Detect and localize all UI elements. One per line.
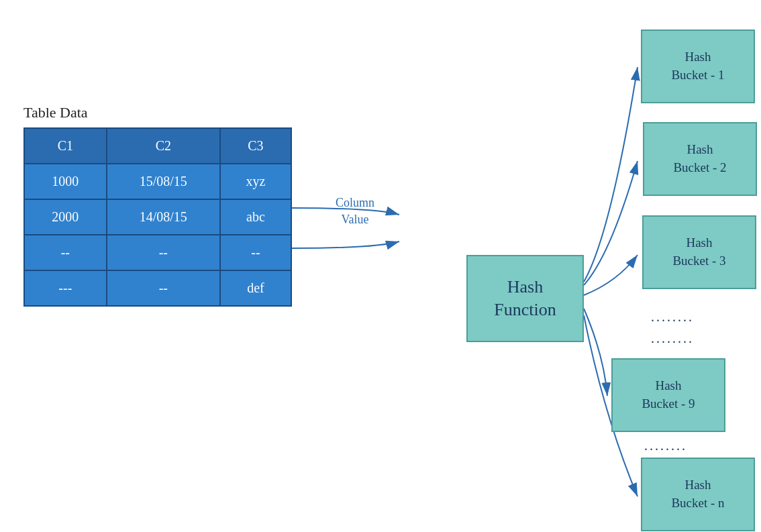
cell: 2000	[24, 199, 107, 235]
hash-bucket-9: HashBucket - 9	[611, 358, 725, 432]
col-header-c2: C2	[107, 128, 220, 164]
table-row: 1000 15/08/15 xyz	[24, 164, 291, 199]
cell: xyz	[220, 164, 291, 199]
dots-middle: ................	[651, 306, 694, 349]
cell: --	[107, 270, 220, 306]
col-header-c3: C3	[220, 128, 291, 164]
data-table: C1 C2 C3 1000 15/08/15 xyz 2000 14/08/15…	[23, 127, 292, 307]
cell: abc	[220, 199, 291, 235]
col-header-c1: C1	[24, 128, 107, 164]
hash-bucket-1: HashBucket - 1	[641, 30, 755, 103]
table-row: -- -- --	[24, 235, 291, 270]
cell: --	[24, 235, 107, 270]
cell: ---	[24, 270, 107, 306]
hash-function-box: HashFunction	[466, 255, 584, 342]
table-row: 2000 14/08/15 abc	[24, 199, 291, 235]
column-value-label: ColumnValue	[336, 195, 374, 228]
cell: 1000	[24, 164, 107, 199]
cell: 14/08/15	[107, 199, 220, 235]
table-row: --- -- def	[24, 270, 291, 306]
hash-bucket-2: HashBucket - 2	[643, 122, 757, 196]
table-label: Table Data	[23, 104, 88, 121]
hash-bucket-3: HashBucket - 3	[642, 215, 756, 289]
cell: def	[220, 270, 291, 306]
dots-lower: ........	[644, 435, 687, 456]
hash-bucket-n: HashBucket - n	[641, 458, 755, 531]
cell: 15/08/15	[107, 164, 220, 199]
cell: --	[107, 235, 220, 270]
cell: --	[220, 235, 291, 270]
